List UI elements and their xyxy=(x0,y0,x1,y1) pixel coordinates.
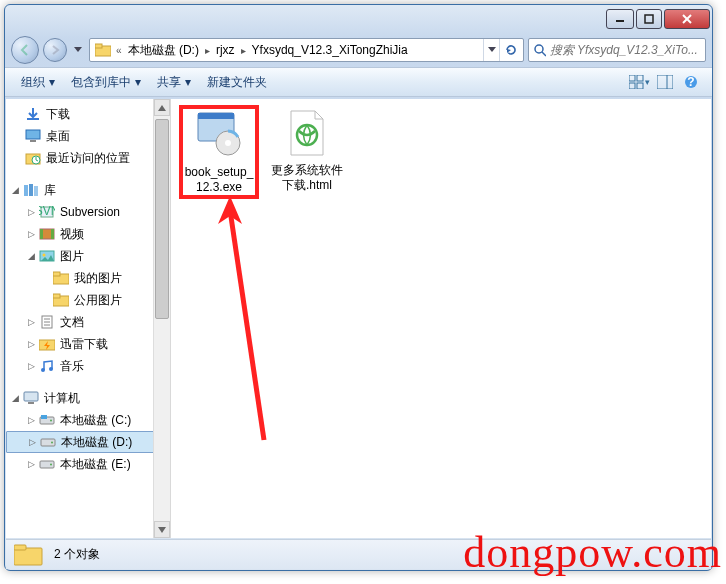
include-in-library-menu[interactable]: 包含到库中 ▾ xyxy=(63,70,149,95)
svg-rect-42 xyxy=(24,392,38,401)
svg-rect-1 xyxy=(645,15,653,23)
chevron-down-icon: ▾ xyxy=(135,75,141,89)
sidebar-item-thunder[interactable]: ▷迅雷下载 xyxy=(6,333,170,355)
expand-icon[interactable]: ▷ xyxy=(24,339,38,349)
breadcrumb[interactable]: « 本地磁盘 (D:) ▸ rjxz ▸ Yfxsydq_V12.3_XiTon… xyxy=(89,38,524,62)
refresh-button[interactable] xyxy=(499,39,521,61)
toolbar: 组织 ▾ 包含到库中 ▾ 共享 ▾ 新建文件夹 ▾ ? xyxy=(5,67,712,97)
sidebar-item-我的图片[interactable]: 我的图片 xyxy=(6,267,170,289)
svg-rect-28 xyxy=(51,229,54,239)
file-list[interactable]: book_setup_12.3.exe 更多系统软件下载.html xyxy=(171,99,711,538)
svg-rect-9 xyxy=(637,75,643,81)
scroll-thumb[interactable] xyxy=(155,119,169,319)
sidebar-item-music[interactable]: ▷音乐 xyxy=(6,355,170,377)
sidebar-item-download[interactable]: 下载 xyxy=(6,103,170,125)
include-label: 包含到库中 xyxy=(71,74,131,91)
navigation-pane[interactable]: 下载桌面最近访问的位置 ◢ 库 ▷SVNSubversion▷视频◢图片我的图片… xyxy=(6,99,171,538)
scroll-up-button[interactable] xyxy=(154,99,170,116)
sidebar-item-recent[interactable]: 最近访问的位置 xyxy=(6,147,170,169)
help-button[interactable]: ? xyxy=(680,71,702,93)
sidebar-item-svn[interactable]: ▷SVNSubversion xyxy=(6,201,170,223)
expand-icon[interactable]: ▷ xyxy=(24,229,38,239)
back-button[interactable] xyxy=(11,36,39,64)
file-tile-exe[interactable]: book_setup_12.3.exe xyxy=(181,107,257,197)
svg-point-46 xyxy=(50,420,52,422)
svg-point-40 xyxy=(41,368,45,372)
drive-icon xyxy=(39,434,57,450)
tree-label: 迅雷下载 xyxy=(60,336,166,353)
svg-rect-11 xyxy=(637,83,643,89)
svg-rect-43 xyxy=(28,402,34,404)
libraries-node[interactable]: ◢ 库 xyxy=(6,179,170,201)
library-icon xyxy=(22,182,40,198)
maximize-button[interactable] xyxy=(636,9,662,29)
thunder-icon xyxy=(38,336,56,352)
status-bar: 2 个对象 xyxy=(6,539,711,569)
collapse-icon[interactable]: ◢ xyxy=(8,393,22,403)
collapse-icon[interactable]: ◢ xyxy=(8,185,22,195)
sidebar-item-docs[interactable]: ▷文档 xyxy=(6,311,170,333)
file-label: 更多系统软件下载.html xyxy=(269,163,345,193)
svg-point-50 xyxy=(50,464,52,466)
download-icon xyxy=(24,106,42,122)
sidebar-scrollbar[interactable] xyxy=(153,99,170,538)
file-tile-html[interactable]: 更多系统软件下载.html xyxy=(269,107,345,193)
share-menu[interactable]: 共享 ▾ xyxy=(149,70,199,95)
breadcrumb-dropdown[interactable] xyxy=(483,39,499,61)
svg-rect-57 xyxy=(14,545,26,550)
expand-icon[interactable]: ▷ xyxy=(24,317,38,327)
chevron-right-icon: ▸ xyxy=(203,45,212,56)
folder-icon xyxy=(52,292,70,308)
search-input[interactable] xyxy=(550,43,701,57)
svg-point-41 xyxy=(49,367,53,371)
close-button[interactable] xyxy=(664,9,710,29)
close-icon xyxy=(681,13,693,25)
folder-icon xyxy=(14,543,46,567)
expand-icon[interactable]: ▷ xyxy=(25,437,39,447)
minimize-button[interactable] xyxy=(606,9,634,29)
svg-rect-32 xyxy=(53,272,60,276)
expand-icon[interactable]: ▷ xyxy=(24,459,38,469)
organize-menu[interactable]: 组织 ▾ xyxy=(13,70,63,95)
breadcrumb-seg-1[interactable]: rjxz xyxy=(212,43,239,57)
expand-icon[interactable]: ▷ xyxy=(24,361,38,371)
sidebar-item-公用图片[interactable]: 公用图片 xyxy=(6,289,170,311)
explorer-window: « 本地磁盘 (D:) ▸ rjxz ▸ Yfxsydq_V12.3_XiTon… xyxy=(4,4,713,571)
computer-icon xyxy=(22,390,40,406)
sidebar-item-drive[interactable]: ▷本地磁盘 (D:) xyxy=(6,431,170,453)
svg-rect-16 xyxy=(27,118,39,120)
computer-node[interactable]: ◢ 计算机 xyxy=(6,387,170,409)
preview-pane-button[interactable] xyxy=(654,71,676,93)
sidebar-item-drive[interactable]: ▷本地磁盘 (C:) xyxy=(6,409,170,431)
svg-text:SVN: SVN xyxy=(39,205,55,218)
expand-icon[interactable]: ◢ xyxy=(24,251,38,261)
sidebar-item-pictures[interactable]: ◢图片 xyxy=(6,245,170,267)
history-dropdown[interactable] xyxy=(71,38,85,62)
sidebar-item-desktop[interactable]: 桌面 xyxy=(6,125,170,147)
expand-icon[interactable]: ▷ xyxy=(24,415,38,425)
svn-icon: SVN xyxy=(38,204,56,220)
folder-icon xyxy=(94,41,112,59)
libraries-label: 库 xyxy=(44,182,166,199)
search-box[interactable] xyxy=(528,38,706,62)
tree-label: 本地磁盘 (C:) xyxy=(60,412,166,429)
organize-label: 组织 xyxy=(21,74,45,91)
expand-icon[interactable]: ▷ xyxy=(24,207,38,217)
svg-rect-21 xyxy=(24,185,28,196)
chevron-down-icon: ▾ xyxy=(185,75,191,89)
view-options-button[interactable]: ▾ xyxy=(628,71,650,93)
breadcrumb-seg-2[interactable]: Yfxsydq_V12.3_XiTongZhiJia xyxy=(248,43,412,57)
sidebar-item-drive[interactable]: ▷本地磁盘 (E:) xyxy=(6,453,170,475)
tree-label: 文档 xyxy=(60,314,166,331)
svg-rect-52 xyxy=(198,113,234,119)
svg-rect-18 xyxy=(30,140,36,142)
arrow-left-icon xyxy=(18,43,32,57)
breadcrumb-seg-0[interactable]: 本地磁盘 (D:) xyxy=(124,42,203,59)
forward-button[interactable] xyxy=(43,38,67,62)
titlebar xyxy=(5,5,712,33)
music-icon xyxy=(38,358,56,374)
scroll-down-button[interactable] xyxy=(154,521,170,538)
new-folder-button[interactable]: 新建文件夹 xyxy=(199,70,275,95)
svg-rect-22 xyxy=(29,184,33,196)
sidebar-item-video[interactable]: ▷视频 xyxy=(6,223,170,245)
